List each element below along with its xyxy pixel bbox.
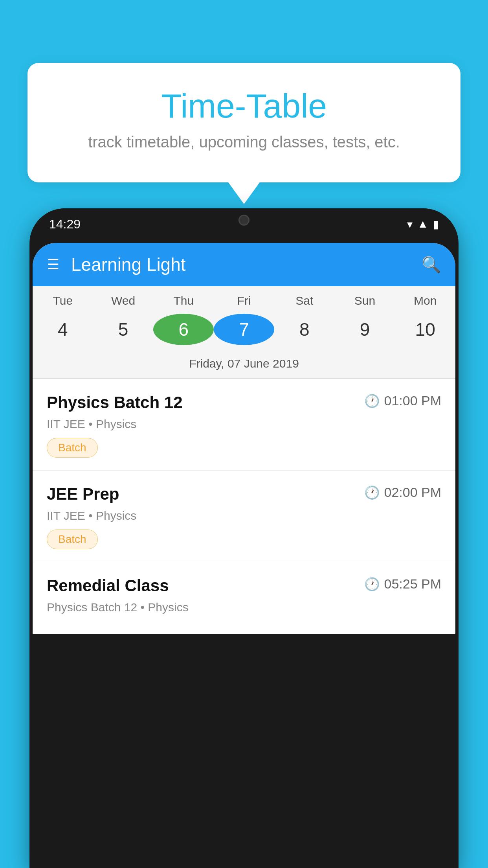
time-value-3: 05:25 PM [384, 576, 441, 592]
time-value-2: 02:00 PM [384, 485, 441, 500]
schedule-item-2-title: JEE Prep [47, 485, 119, 504]
schedule-item-3-subtitle: Physics Batch 12 • Physics [47, 601, 441, 614]
day-num-7-selected[interactable]: 7 [214, 314, 274, 345]
tooltip-card: Time-Table track timetable, upcoming cla… [28, 63, 460, 182]
schedule-item-3[interactable]: Remedial Class 🕐 05:25 PM Physics Batch … [33, 562, 455, 634]
day-num-6-today[interactable]: 6 [153, 314, 214, 345]
wifi-icon: ▾ [407, 218, 413, 231]
schedule-item-1-header: Physics Batch 12 🕐 01:00 PM [47, 393, 441, 412]
day-name-fri[interactable]: Fri [214, 294, 274, 307]
phone-screen: ☰ Learning Light 🔍 Tue Wed Thu Fri Sat S… [33, 243, 455, 634]
day-num-8[interactable]: 8 [274, 314, 335, 345]
day-name-sun[interactable]: Sun [335, 294, 395, 307]
camera [238, 215, 250, 226]
inner-screen: ☰ Learning Light 🔍 Tue Wed Thu Fri Sat S… [33, 243, 455, 634]
day-name-wed[interactable]: Wed [93, 294, 154, 307]
schedule-item-1-title: Physics Batch 12 [47, 393, 183, 412]
schedule-item-3-title: Remedial Class [47, 576, 169, 595]
status-bar: 14:29 ▾ ▲ ▮ [29, 208, 459, 240]
clock-icon-3: 🕐 [364, 577, 380, 592]
day-num-5[interactable]: 5 [93, 314, 154, 345]
app-bar-title: Learning Light [71, 254, 410, 275]
batch-badge-2: Batch [47, 530, 98, 549]
tooltip-title: Time-Table [47, 86, 441, 125]
tooltip-subtitle: track timetable, upcoming classes, tests… [47, 133, 441, 151]
schedule-item-1-subtitle: IIT JEE • Physics [47, 417, 441, 431]
schedule-item-3-time: 🕐 05:25 PM [364, 576, 441, 592]
schedule-item-2-header: JEE Prep 🕐 02:00 PM [47, 485, 441, 504]
battery-icon: ▮ [433, 218, 439, 231]
clock-icon-2: 🕐 [364, 485, 380, 500]
day-num-10[interactable]: 10 [395, 314, 455, 345]
calendar-date-label: Friday, 07 June 2019 [33, 353, 455, 378]
schedule-item-2-time: 🕐 02:00 PM [364, 485, 441, 500]
status-time: 14:29 [49, 217, 81, 232]
batch-badge-1: Batch [47, 438, 98, 458]
schedule-list: Physics Batch 12 🕐 01:00 PM IIT JEE • Ph… [33, 379, 455, 634]
day-name-sat[interactable]: Sat [274, 294, 335, 307]
day-num-9[interactable]: 9 [335, 314, 395, 345]
schedule-item-3-header: Remedial Class 🕐 05:25 PM [47, 576, 441, 595]
day-name-thu[interactable]: Thu [153, 294, 214, 307]
schedule-item-1[interactable]: Physics Batch 12 🕐 01:00 PM IIT JEE • Ph… [33, 379, 455, 471]
calendar-day-numbers: 4 5 6 7 8 9 10 [33, 311, 455, 353]
schedule-item-2[interactable]: JEE Prep 🕐 02:00 PM IIT JEE • Physics Ba… [33, 471, 455, 562]
schedule-item-2-subtitle: IIT JEE • Physics [47, 509, 441, 522]
day-num-4[interactable]: 4 [33, 314, 93, 345]
app-bar: ☰ Learning Light 🔍 [33, 243, 455, 286]
clock-icon-1: 🕐 [364, 394, 380, 408]
calendar-day-names: Tue Wed Thu Fri Sat Sun Mon [33, 286, 455, 311]
calendar-section: Tue Wed Thu Fri Sat Sun Mon 4 5 6 7 8 9 … [33, 286, 455, 379]
phone-notch [220, 208, 268, 228]
status-icons: ▾ ▲ ▮ [407, 218, 439, 231]
search-icon[interactable]: 🔍 [422, 256, 441, 274]
time-value-1: 01:00 PM [384, 393, 441, 408]
schedule-item-1-time: 🕐 01:00 PM [364, 393, 441, 408]
day-name-tue[interactable]: Tue [33, 294, 93, 307]
day-name-mon[interactable]: Mon [395, 294, 455, 307]
signal-icon: ▲ [417, 218, 428, 230]
phone-mockup: 14:29 ▾ ▲ ▮ ☰ Learning Light 🔍 [29, 208, 459, 868]
menu-icon[interactable]: ☰ [47, 257, 59, 272]
